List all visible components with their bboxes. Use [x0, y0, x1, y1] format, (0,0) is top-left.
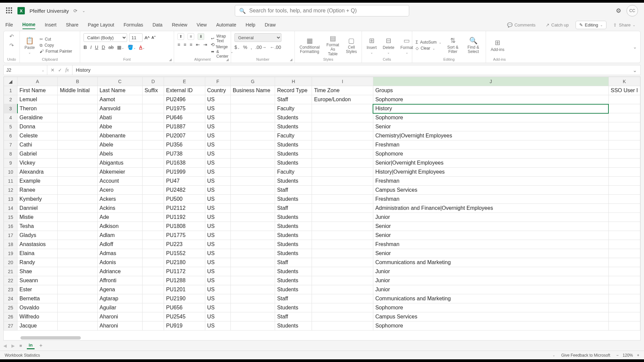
cell[interactable]	[608, 122, 640, 131]
tab-file[interactable]: File	[5, 21, 13, 29]
cell[interactable]: US	[205, 285, 230, 294]
cell[interactable]: Senior	[373, 222, 608, 231]
cell[interactable]: US	[205, 95, 230, 104]
tab-draw[interactable]: Draw	[265, 21, 276, 29]
cell[interactable]	[58, 177, 97, 186]
cell[interactable]: Aarsvold	[97, 104, 142, 113]
cell[interactable]: History|Overnight Employees	[373, 168, 608, 177]
cell[interactable]: Kymberly	[17, 195, 58, 204]
cell[interactable]: Freshman	[373, 240, 608, 249]
cell[interactable]	[312, 204, 373, 213]
cell[interactable]	[58, 231, 97, 240]
cell[interactable]	[608, 240, 640, 249]
share-button[interactable]: ⇪Share⌄	[610, 21, 639, 29]
cell[interactable]	[230, 113, 275, 122]
cell[interactable]: Vickey	[17, 159, 58, 168]
cell[interactable]: US	[205, 140, 230, 149]
cell[interactable]: Abels	[97, 149, 142, 159]
cell[interactable]: Lemuel	[17, 95, 58, 104]
cell[interactable]: Elaina	[17, 249, 58, 258]
tab-automate[interactable]: Automate	[216, 21, 236, 29]
cell[interactable]	[230, 294, 275, 303]
cell[interactable]	[608, 159, 640, 168]
number-format-select[interactable]: General	[234, 33, 281, 42]
cell[interactable]	[312, 321, 373, 330]
cell[interactable]	[312, 213, 373, 222]
workbook-statistics[interactable]: Workbook Statistics	[5, 353, 40, 358]
cell[interactable]: US	[205, 321, 230, 330]
cell[interactable]	[312, 131, 373, 140]
cell[interactable]	[312, 285, 373, 294]
cell[interactable]: Aharoni	[97, 312, 142, 321]
cell[interactable]: Faculty	[275, 104, 312, 113]
cell[interactable]: Freshman	[373, 195, 608, 204]
cell[interactable]: US	[205, 222, 230, 231]
cell[interactable]	[143, 204, 164, 213]
font-name-select[interactable]: Calibri (Body)	[84, 33, 127, 42]
cell[interactable]	[143, 131, 164, 140]
cell[interactable]	[143, 267, 164, 276]
cell[interactable]: Abbe	[97, 122, 142, 131]
add-sheet-button[interactable]: +	[39, 343, 42, 349]
cell[interactable]	[312, 159, 373, 168]
cell[interactable]	[608, 294, 640, 303]
cell[interactable]: PU47	[164, 177, 205, 186]
cell[interactable]: Suffix	[143, 86, 164, 95]
cell[interactable]: PU1201	[164, 285, 205, 294]
cell[interactable]	[58, 149, 97, 159]
cell[interactable]: Students	[275, 122, 312, 131]
percent-button[interactable]: %	[243, 45, 247, 50]
align-bottom-button[interactable]: ⬇	[198, 33, 204, 40]
cell[interactable]: Adloff	[97, 240, 142, 249]
col-header-selected[interactable]: J	[373, 77, 608, 86]
col-header[interactable]: B	[58, 77, 97, 86]
row-header[interactable]: 9	[4, 159, 17, 168]
cell[interactable]	[143, 213, 164, 222]
cell[interactable]: Students	[275, 222, 312, 231]
col-header[interactable]: H	[275, 77, 312, 86]
cell[interactable]: US	[205, 131, 230, 140]
cell[interactable]: US	[205, 113, 230, 122]
merge-center-button[interactable]: ⬌Merge & Center⌄	[211, 45, 233, 59]
cell[interactable]	[608, 222, 640, 231]
autosum-button[interactable]: ΣAutoSum⌄	[416, 40, 441, 45]
cell[interactable]: Admas	[97, 249, 142, 258]
editing-mode-button[interactable]: ✎Editing⌄	[576, 21, 607, 29]
cell[interactable]: Staff	[275, 95, 312, 104]
cell[interactable]: Students	[275, 231, 312, 240]
cell[interactable]: Ranee	[17, 186, 58, 195]
cell[interactable]: Aguilar	[97, 303, 142, 312]
cell[interactable]: US	[205, 294, 230, 303]
cell[interactable]	[608, 149, 640, 159]
cell[interactable]: PU1172	[164, 267, 205, 276]
strikethrough-button[interactable]: ab	[108, 45, 114, 50]
cell[interactable]	[58, 113, 97, 122]
sort-filter-button[interactable]: ⇅Sort & Filter	[445, 37, 461, 54]
cell[interactable]: Randy	[17, 258, 58, 267]
cell[interactable]	[608, 231, 640, 240]
cell[interactable]	[143, 104, 164, 113]
cell[interactable]: PU356	[164, 140, 205, 149]
alignment-dialog-launcher[interactable]: ◢	[226, 58, 229, 61]
cell[interactable]	[312, 258, 373, 267]
cell[interactable]	[58, 95, 97, 104]
cell[interactable]: PU1638	[164, 159, 205, 168]
cell[interactable]: Campus Services	[373, 186, 608, 195]
tab-data[interactable]: Data	[153, 21, 163, 29]
font-size-input[interactable]	[129, 33, 143, 42]
cell[interactable]: Students	[275, 321, 312, 330]
cell[interactable]	[58, 168, 97, 177]
cancel-formula-button[interactable]: ✕	[51, 67, 55, 73]
cell[interactable]: Communications and Marketing	[373, 258, 608, 267]
cell[interactable]	[312, 249, 373, 258]
col-header[interactable]: C	[97, 77, 142, 86]
cell[interactable]: US	[205, 249, 230, 258]
cell[interactable]: Wilfredo	[17, 312, 58, 321]
cell[interactable]	[230, 321, 275, 330]
col-header[interactable]: A	[17, 77, 58, 86]
sheet-menu-button[interactable]: ≡	[19, 343, 22, 348]
clear-button[interactable]: ◇Clear⌄	[416, 46, 435, 51]
cell[interactable]: Adriance	[97, 267, 142, 276]
cell[interactable]: US	[205, 267, 230, 276]
double-underline-button[interactable]: D	[102, 45, 105, 50]
